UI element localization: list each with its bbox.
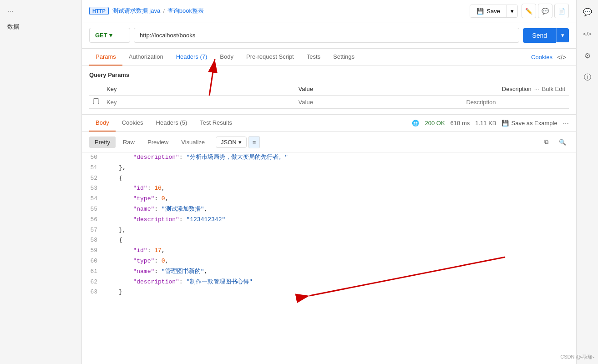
response-size: 1.11 KB <box>475 120 496 126</box>
tab-pre-request-script[interactable]: Pre-request Script <box>240 49 300 66</box>
watermark: CSDN @-耿瑞- <box>560 354 594 360</box>
code-line: 59 "id": 17, <box>82 246 576 256</box>
line-number: 62 <box>82 277 105 288</box>
right-code-icon[interactable]: </> <box>579 25 596 42</box>
format-chevron: ▾ <box>238 139 242 146</box>
response-more-options[interactable]: ··· <box>563 119 569 127</box>
send-button-group: Send ▾ <box>523 28 569 43</box>
line-content: "type": 0, <box>105 256 576 267</box>
line-content: { <box>105 235 576 246</box>
status-badge: 200 OK <box>425 120 445 126</box>
code-view-button[interactable]: </> <box>554 50 569 65</box>
method-select[interactable]: GET ▾ <box>89 28 130 43</box>
copy-button[interactable]: ⧉ <box>540 136 552 148</box>
line-content: "description": "分析市场局势，做大变局的先行者。" <box>105 152 576 163</box>
code-line: 60 "type": 0, <box>82 256 576 267</box>
topbar-actions: 💾 Save ▾ ✏️ 💬 📄 <box>470 4 569 18</box>
sidebar-item-data[interactable]: 数据 <box>0 19 81 35</box>
line-number: 51 <box>82 163 105 173</box>
value-input[interactable] <box>299 99 459 106</box>
right-comment-icon[interactable]: 💬 <box>579 4 596 20</box>
tab-body[interactable]: Body <box>213 49 240 66</box>
params-row-checkbox[interactable] <box>93 98 99 104</box>
desc-input[interactable] <box>466 99 565 106</box>
response-tab-body[interactable]: Body <box>89 115 116 131</box>
line-number: 58 <box>82 235 105 246</box>
code-line: 54 "type": 0, <box>82 194 576 204</box>
request-bar: GET ▾ Send ▾ <box>82 22 576 49</box>
sidebar-dots[interactable]: ··· <box>0 4 81 19</box>
tab-headers[interactable]: Headers (7) <box>170 49 214 66</box>
document-icon: 📄 <box>558 8 565 15</box>
code-tab-visualize[interactable]: Visualize <box>176 136 210 148</box>
tab-cookies[interactable]: Cookies <box>531 49 552 65</box>
bulk-edit-button[interactable]: Bulk Edit <box>542 86 565 92</box>
code-content: 50 "description": "分析市场局势，做大变局的先行者。"51 }… <box>82 152 576 364</box>
response-time: 618 ms <box>451 120 470 126</box>
response-tab-test-results[interactable]: Test Results <box>193 115 238 131</box>
response-section: Body Cookies Headers (5) Test Results 🌐 … <box>82 114 576 364</box>
copy-icon: ⧉ <box>544 138 548 146</box>
bulk-edit-dots[interactable]: ··· <box>534 86 539 92</box>
send-dropdown-button[interactable]: ▾ <box>556 28 569 42</box>
line-number: 52 <box>82 173 105 184</box>
chevron-down-icon: ▾ <box>511 8 514 15</box>
response-tab-cookies[interactable]: Cookies <box>116 115 150 131</box>
save-as-example-button[interactable]: 💾 Save as Example <box>502 120 557 126</box>
code-tab-raw[interactable]: Raw <box>117 136 140 148</box>
send-chevron-icon: ▾ <box>561 32 564 39</box>
breadcrumb-parent[interactable]: 测试请求数据 java <box>112 7 160 15</box>
tab-params[interactable]: Params <box>89 49 122 66</box>
params-checkbox-col <box>89 83 103 96</box>
save-button-group: 💾 Save ▾ <box>470 5 518 18</box>
method-label: GET <box>95 32 107 39</box>
filter-button[interactable]: ≡ <box>248 136 260 148</box>
search-button[interactable]: 🔍 <box>556 136 569 148</box>
tab-tests[interactable]: Tests <box>300 49 327 66</box>
line-content: "description": "制作一款管理图书心得" <box>105 277 576 288</box>
code-line: 51 }, <box>82 163 576 173</box>
query-params-section: Query Params Key Value Description ··· B… <box>82 66 576 114</box>
breadcrumb-separator: / <box>163 8 165 15</box>
response-tab-headers[interactable]: Headers (5) <box>150 115 194 131</box>
send-button[interactable]: Send <box>523 28 556 43</box>
comment-icon-button[interactable]: 💬 <box>538 4 552 18</box>
code-actions: ⧉ 🔍 <box>540 136 569 148</box>
url-input[interactable] <box>134 28 519 43</box>
line-content: }, <box>105 225 576 236</box>
save-button[interactable]: 💾 Save <box>470 5 507 17</box>
line-content: } <box>105 287 576 298</box>
edit-icon-button[interactable]: ✏️ <box>522 4 536 18</box>
http-badge: HTTP <box>89 7 109 15</box>
line-content: "description": "123412342" <box>105 215 576 225</box>
save-dropdown-button[interactable]: ▾ <box>507 5 517 17</box>
code-tab-pretty[interactable]: Pretty <box>89 136 116 148</box>
line-content: "type": 0, <box>105 194 576 204</box>
main-content: HTTP 测试请求数据 java / 查询book整表 💾 Save ▾ <box>82 0 576 364</box>
format-label: JSON <box>221 139 237 146</box>
search-icon: 🔍 <box>559 139 566 146</box>
code-tab-preview[interactable]: Preview <box>142 136 174 148</box>
line-number: 53 <box>82 183 105 194</box>
right-sidebar: 💬 </> ⚙ ⓘ <box>576 0 598 364</box>
line-number: 56 <box>82 215 105 225</box>
response-tabs: Body Cookies Headers (5) Test Results 🌐 … <box>82 115 576 132</box>
filter-icon: ≡ <box>253 139 256 146</box>
pencil-icon: ✏️ <box>525 8 532 15</box>
right-info-icon[interactable]: ⓘ <box>579 69 596 86</box>
code-line: 52 { <box>82 173 576 184</box>
code-line: 61 "name": "管理图书新的", <box>82 267 576 277</box>
request-tabs: Params Authorization Headers (7) Body Pr… <box>82 49 576 66</box>
line-number: 54 <box>82 194 105 204</box>
line-content: { <box>105 173 576 184</box>
right-action-icons: ✏️ 💬 📄 <box>522 4 569 18</box>
params-table: Key Value Description ··· Bulk Edit <box>89 83 569 109</box>
tab-authorization[interactable]: Authorization <box>122 49 170 66</box>
key-input[interactable] <box>106 99 291 106</box>
line-content: "name": "管理图书新的", <box>105 267 576 277</box>
right-gear-icon[interactable]: ⚙ <box>579 47 596 64</box>
document-icon-button[interactable]: 📄 <box>554 4 569 18</box>
tab-settings[interactable]: Settings <box>327 49 361 66</box>
format-select[interactable]: JSON ▾ <box>216 136 247 148</box>
code-line: 55 "name": "测试添加数据", <box>82 204 576 215</box>
